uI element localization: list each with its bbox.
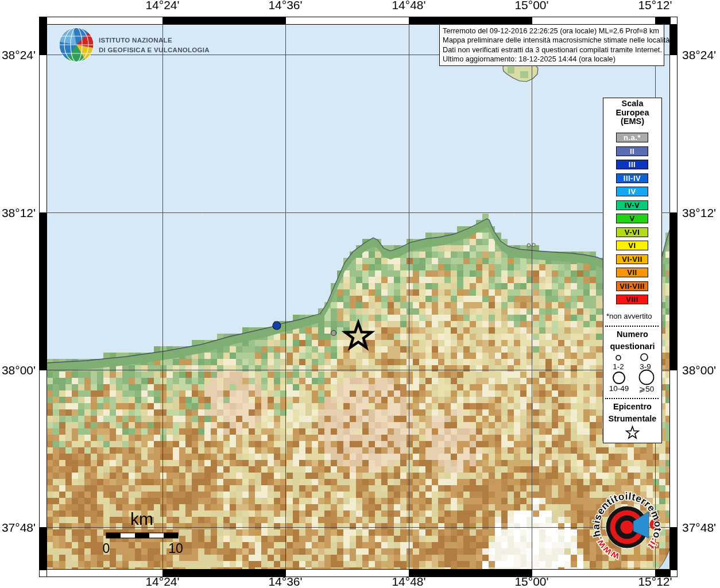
legend-footnote: *non avvertito [606, 312, 661, 320]
axis-label-bottom-1: 14°36' [254, 575, 317, 588]
intensity-swatch-vii: VII [616, 268, 648, 277]
intensity-swatch-vii-viii: VII-VIII [616, 281, 648, 291]
intensity-swatch-iii-iv: III-IV [616, 173, 648, 183]
intensity-swatch-iv: IV [616, 187, 648, 196]
epicenter-legend-star-icon [626, 427, 638, 438]
axis-label-right-0: 38°24' [682, 48, 720, 62]
size-label-50: ⩾50 [633, 384, 660, 393]
event-info-line-2: Mappa preliminare delle intensità macros… [443, 36, 661, 45]
axis-label-left-1: 38°12' [0, 206, 36, 220]
axis-label-right-2: 38°00' [682, 363, 720, 377]
event-info-line-4: Ultimo aggiornamento: 18-12-2025 14:44 (… [443, 55, 661, 64]
size-icon-10-49 [613, 372, 625, 384]
axis-label-right-3: 37°48' [682, 521, 720, 535]
epicentro-title-line1: Epicentro [603, 403, 661, 412]
intensity-swatch-iii: III [616, 160, 648, 169]
axis-label-bottom-4: 15°12' [624, 575, 687, 588]
axis-label-top-4: 15°12' [624, 0, 687, 12]
size-label-3-9: 3-9 [633, 362, 658, 371]
intensity-swatch-ii: II [616, 146, 648, 156]
legend-divider-1 [605, 326, 659, 327]
epicentro-title-line2: Strumentale [603, 415, 661, 424]
axis-label-bottom-2: 14°48' [377, 575, 440, 588]
legend-panel: Scala Europea (EMS) n.a.* II III III-IV … [603, 98, 662, 443]
intensity-swatch-v-vi: V-VI [616, 227, 648, 237]
axis-label-left-2: 38°00' [0, 363, 36, 377]
size-label-1-2: 1-2 [606, 362, 631, 371]
event-info-line-1: Terremoto del 09-12-2016 22:26:25 (ora l… [443, 26, 661, 36]
intensity-swatch-v: V [616, 214, 648, 223]
axis-label-top-3: 15°00' [500, 0, 563, 12]
size-icon-50 [640, 370, 654, 385]
axis-label-bottom-3: 15°00' [500, 575, 563, 588]
event-info-box: Terremoto del 09-12-2016 22:26:25 (ora l… [439, 24, 664, 66]
size-icon-3-9 [641, 354, 648, 361]
legend-title-line3: (EMS) [603, 117, 661, 126]
intensity-swatch-iv-v: IV-V [616, 200, 648, 210]
axis-label-top-0: 14°24' [131, 0, 194, 12]
axis-label-top-1: 14°36' [254, 0, 317, 12]
intensity-swatch-vi-vii: VI-VII [616, 254, 648, 264]
epicenter-legend-block [603, 423, 661, 443]
macroseismic-map-page: ISTITUTO NAZIONALE DI GEOFISICA E VULCAN… [0, 0, 720, 588]
event-info-line-3: Dati non verificati estratti da 3 questi… [443, 45, 661, 55]
axis-label-right-1: 38°12' [682, 206, 720, 220]
intensity-swatch-viii: VIII [616, 295, 648, 304]
questionari-title-line2: questionari [603, 342, 661, 351]
size-label-10-49: 10-49 [604, 384, 634, 393]
axis-label-left-3: 37°48' [0, 521, 36, 535]
questionari-title-line1: Numero [603, 330, 661, 339]
axis-label-bottom-0: 14°24' [131, 575, 194, 588]
axis-label-top-2: 14°48' [377, 0, 440, 12]
intensity-swatch-vi: VI [616, 241, 648, 250]
legend-title-line2: Europea [603, 109, 661, 118]
legend-divider-2 [605, 398, 659, 399]
size-icon-1-2 [616, 355, 621, 360]
axis-label-left-0: 38°24' [0, 48, 36, 62]
legend-title-line1: Scala [603, 99, 661, 109]
intensity-swatch-na: n.a.* [616, 133, 648, 142]
